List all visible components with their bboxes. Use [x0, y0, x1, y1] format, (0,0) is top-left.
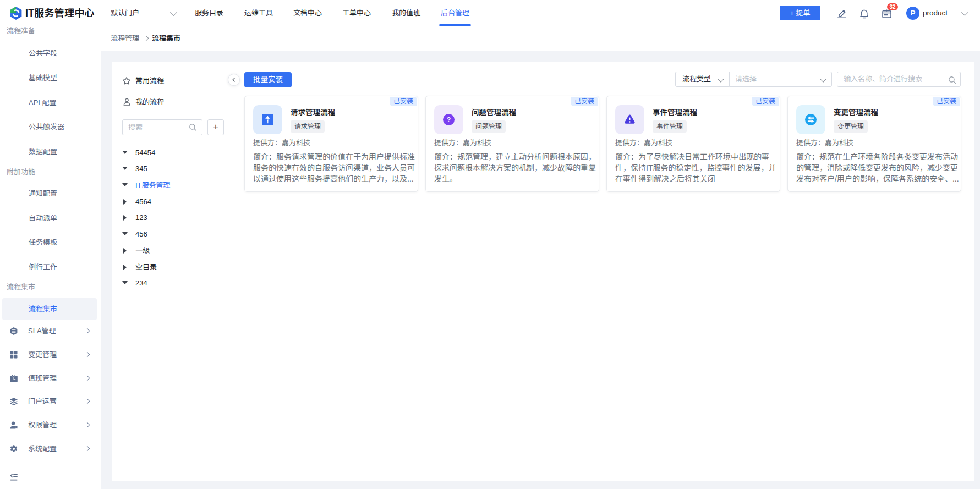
- svg-text:?: ?: [447, 116, 451, 124]
